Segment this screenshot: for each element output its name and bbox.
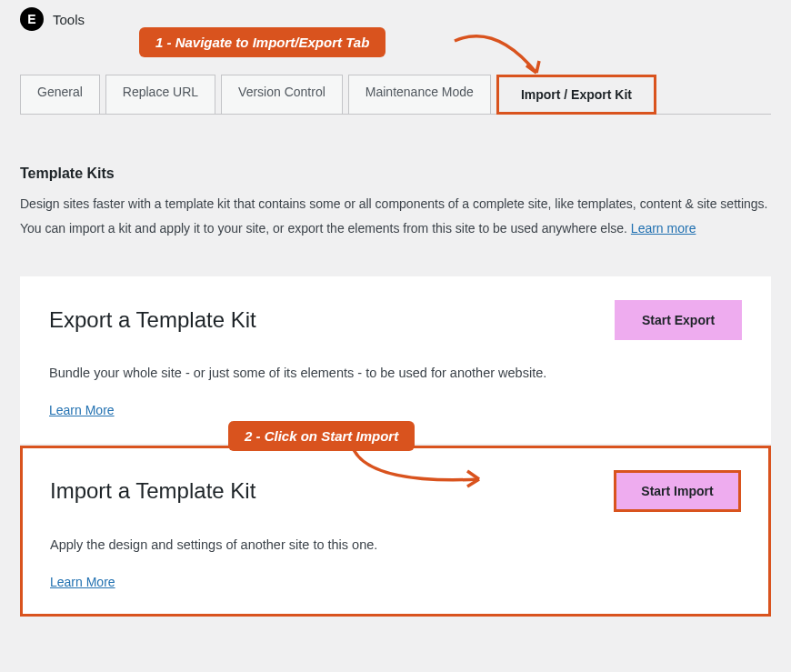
tab-import-export-kit[interactable]: Import / Export Kit (496, 75, 656, 115)
import-card-title: Import a Template Kit (50, 478, 255, 504)
tab-general[interactable]: General (20, 75, 100, 114)
section-description-line-1: Design sites faster with a template kit … (20, 195, 771, 214)
export-card-description: Bundle your whole site - or just some of… (49, 366, 742, 380)
elementor-logo-glyph: E (27, 13, 35, 25)
annotation-step-1: 1 - Navigate to Import/Export Tab (139, 27, 385, 57)
start-export-button[interactable]: Start Export (615, 300, 742, 340)
section-description-line-2: You can import a kit and apply it to you… (20, 219, 771, 238)
export-learn-more-link[interactable]: Learn More (49, 403, 115, 417)
import-kit-card: Import a Template Kit Start Import Apply… (20, 446, 771, 617)
page-title: Tools (53, 12, 85, 27)
tab-replace-url[interactable]: Replace URL (105, 75, 215, 114)
settings-tabs: General Replace URL Version Control Main… (20, 75, 771, 115)
elementor-logo: E (20, 7, 44, 31)
export-card-header: Export a Template Kit Start Export (49, 300, 742, 340)
export-card-title: Export a Template Kit (49, 307, 256, 333)
annotation-step-2: 2 - Click on Start Import (228, 421, 415, 451)
page-header: E Tools (20, 0, 771, 31)
tab-maintenance-mode[interactable]: Maintenance Mode (348, 75, 491, 114)
learn-more-link[interactable]: Learn more (631, 221, 696, 236)
export-kit-card: Export a Template Kit Start Export Bundl… (20, 276, 771, 444)
start-import-button[interactable]: Start Import (614, 470, 741, 512)
main-content: Template Kits Design sites faster with a… (20, 165, 771, 617)
section-description-text: You can import a kit and apply it to you… (20, 221, 631, 236)
tab-version-control[interactable]: Version Control (221, 75, 343, 114)
import-card-description: Apply the design and settings of another… (50, 537, 741, 552)
import-card-header: Import a Template Kit Start Import (50, 470, 741, 512)
import-learn-more-link[interactable]: Learn More (50, 575, 115, 589)
section-title: Template Kits (20, 165, 771, 182)
